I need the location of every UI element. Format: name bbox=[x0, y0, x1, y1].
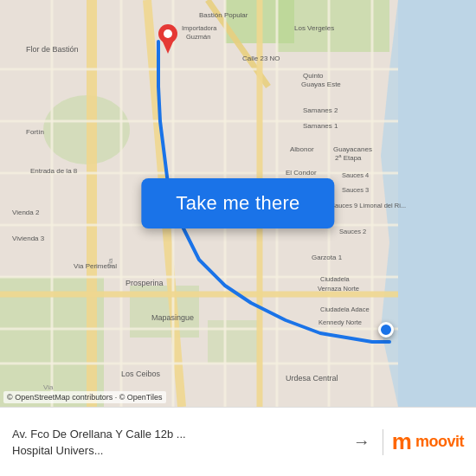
svg-text:Sauces 2: Sauces 2 bbox=[339, 228, 366, 235]
svg-text:Kennedy Norte: Kennedy Norte bbox=[318, 318, 362, 326]
origin-pin bbox=[158, 24, 177, 57]
route-info: Av. Fco De Orellana Y Calle 12b ... Hosp… bbox=[12, 428, 374, 457]
destination-text: Hospital Univers... bbox=[12, 444, 203, 457]
svg-text:Vernaza Norte: Vernaza Norte bbox=[318, 285, 359, 293]
svg-marker-64 bbox=[162, 40, 174, 54]
map-container: Flor de Bastión Bastión Popular Los Verg… bbox=[0, 0, 476, 407]
svg-text:Via: Via bbox=[106, 258, 114, 268]
svg-text:Calle 23 NO: Calle 23 NO bbox=[242, 55, 280, 62]
svg-text:Urdesa Central: Urdesa Central bbox=[286, 374, 338, 383]
svg-text:Importadora: Importadora bbox=[182, 24, 217, 32]
origin-text: Av. Fco De Orellana Y Calle 12b ... bbox=[12, 428, 203, 441]
svg-text:2ª Etapa: 2ª Etapa bbox=[335, 154, 362, 162]
svg-text:Fortín: Fortín bbox=[26, 128, 44, 136]
moovit-wordmark: moovit bbox=[415, 433, 464, 451]
take-me-there-button[interactable]: Take me there bbox=[141, 178, 334, 228]
arrow-icon: → bbox=[350, 432, 374, 452]
divider bbox=[383, 429, 383, 455]
svg-text:Entrada de la 8: Entrada de la 8 bbox=[30, 167, 78, 175]
svg-text:Mapasingue: Mapasingue bbox=[151, 313, 194, 322]
svg-point-65 bbox=[164, 29, 172, 38]
svg-rect-7 bbox=[208, 320, 260, 363]
svg-text:Albonor: Albonor bbox=[290, 145, 314, 153]
destination-dot bbox=[378, 322, 394, 338]
origin-destination: Av. Fco De Orellana Y Calle 12b ... Hosp… bbox=[12, 428, 343, 457]
svg-text:Los Vergeles: Los Vergeles bbox=[294, 24, 334, 32]
svg-text:Sauces 9 Limonal del Ri...: Sauces 9 Limonal del Ri... bbox=[331, 202, 406, 209]
svg-text:El Condor: El Condor bbox=[286, 169, 317, 177]
moovit-m-letter: m bbox=[392, 428, 412, 455]
svg-text:Sauces 4: Sauces 4 bbox=[342, 171, 369, 179]
svg-text:Prosperina: Prosperina bbox=[125, 279, 164, 287]
svg-text:Guayacanes: Guayacanes bbox=[333, 145, 372, 153]
svg-rect-9 bbox=[87, 0, 97, 407]
svg-text:Los Ceibos: Los Ceibos bbox=[121, 370, 161, 378]
svg-text:Via: Via bbox=[43, 383, 54, 391]
svg-text:Ciudadela: Ciudadela bbox=[320, 275, 351, 283]
svg-text:Guayas Este: Guayas Este bbox=[301, 80, 341, 88]
svg-text:Samanes 1: Samanes 1 bbox=[303, 122, 338, 130]
svg-text:Garzota 1: Garzota 1 bbox=[312, 254, 343, 261]
svg-text:Sauces 3: Sauces 3 bbox=[342, 186, 369, 194]
svg-text:Bastión Popular: Bastión Popular bbox=[199, 11, 248, 19]
svg-text:Samanes 2: Samanes 2 bbox=[303, 106, 338, 114]
svg-text:Vivienda 3: Vivienda 3 bbox=[12, 235, 45, 242]
svg-text:Flor de Bastión: Flor de Bastión bbox=[26, 45, 79, 54]
moovit-logo: m moovit bbox=[392, 428, 464, 455]
bottom-bar: Av. Fco De Orellana Y Calle 12b ... Hosp… bbox=[0, 407, 476, 476]
svg-text:Guzmán: Guzmán bbox=[186, 33, 210, 41]
svg-text:Quinto: Quinto bbox=[303, 72, 324, 80]
svg-text:Vienda 2: Vienda 2 bbox=[12, 209, 40, 216]
svg-text:Ciudadela Adace: Ciudadela Adace bbox=[320, 306, 370, 313]
map-attribution: © OpenStreetMap contributors · © OpenTil… bbox=[3, 391, 166, 403]
